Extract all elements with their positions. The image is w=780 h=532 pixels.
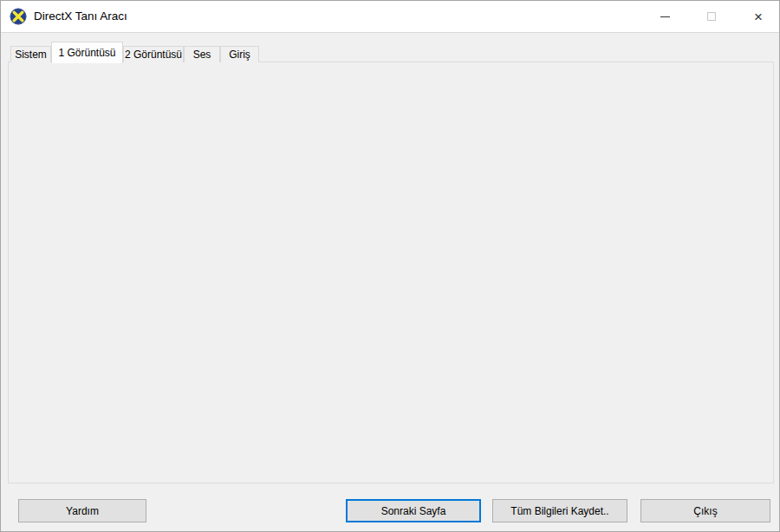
help-button-label: Yardım: [66, 505, 99, 517]
minimize-button[interactable]: [647, 1, 683, 32]
next-page-button-label: Sonraki Sayfa: [381, 505, 446, 517]
close-icon: ×: [754, 10, 763, 24]
tab-display-2[interactable]: 2 Görüntüsü: [123, 46, 184, 62]
tab-label: Ses: [193, 49, 211, 61]
next-page-button[interactable]: Sonraki Sayfa: [346, 499, 481, 522]
close-button[interactable]: ×: [739, 1, 777, 32]
maximize-button: [693, 1, 730, 32]
tab-label: 2 Görüntüsü: [125, 49, 182, 61]
exit-button-label: Çıkış: [693, 505, 717, 517]
tab-sound[interactable]: Ses: [184, 46, 220, 62]
minimize-icon: [660, 16, 670, 17]
save-all-information-button[interactable]: Tüm Bilgileri Kaydet..: [492, 499, 627, 522]
tab-display-1[interactable]: 1 Görüntüsü: [51, 42, 123, 63]
window-title: DirectX Tanı Aracı: [34, 10, 127, 23]
tab-label: 1 Görüntüsü: [58, 47, 115, 59]
tab-input[interactable]: Giriş: [220, 46, 259, 62]
tab-label: Sistem: [15, 49, 47, 61]
dxdiag-window: DirectX Tanı Aracı × Sistem 1 Görüntüsü …: [0, 0, 780, 532]
maximize-icon: [707, 12, 716, 21]
tab-label: Giriş: [229, 49, 250, 61]
tab-page: [8, 62, 774, 483]
tab-sistem[interactable]: Sistem: [10, 46, 51, 62]
save-all-information-button-label: Tüm Bilgileri Kaydet..: [510, 505, 608, 517]
help-button[interactable]: Yardım: [18, 499, 146, 522]
directx-logo-icon: [10, 8, 27, 25]
exit-button[interactable]: Çıkış: [640, 499, 770, 522]
title-bar: DirectX Tanı Aracı ×: [1, 1, 779, 33]
